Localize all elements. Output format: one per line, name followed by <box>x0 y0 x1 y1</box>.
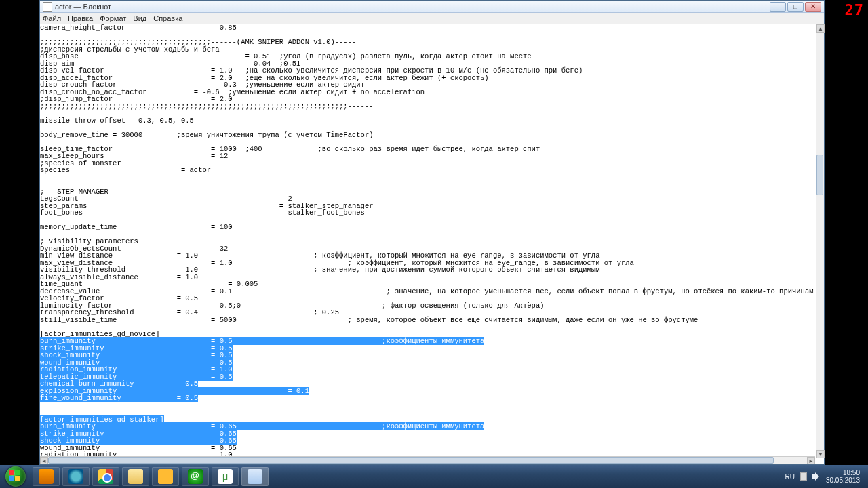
taskbar-explorer[interactable] <box>122 467 149 486</box>
at-icon <box>188 469 203 484</box>
taskbar-wmp[interactable] <box>33 467 60 486</box>
vertical-scrollbar[interactable]: ▲ ▼ <box>816 24 824 458</box>
scroll-down-arrow[interactable]: ▼ <box>816 450 825 458</box>
taskbar: µ RU 18:50 30.05.2013 <box>0 465 868 488</box>
taskbar-utorrent[interactable]: µ <box>212 467 239 486</box>
clock-time: 18:50 <box>826 469 860 476</box>
start-button[interactable] <box>0 465 31 488</box>
taskbar-app-yellow[interactable] <box>152 467 179 486</box>
wmp-icon <box>39 469 54 484</box>
ie-icon <box>68 469 83 484</box>
menu-edit[interactable]: Правка <box>68 14 93 22</box>
volume-icon[interactable] <box>812 472 821 481</box>
menubar: Файл Правка Формат Вид Справка <box>40 13 824 24</box>
chrome-icon <box>98 469 113 484</box>
close-button[interactable]: ✕ <box>805 2 821 12</box>
utorrent-icon: µ <box>218 469 233 484</box>
maximize-button[interactable]: □ <box>787 2 804 12</box>
window-title: actor — Блокнот <box>55 3 111 11</box>
explorer-icon <box>128 469 143 484</box>
minimize-button[interactable]: — <box>770 2 786 12</box>
notepad-window: actor — Блокнот — □ ✕ Файл Правка Формат… <box>39 0 825 465</box>
scroll-up-arrow[interactable]: ▲ <box>816 24 825 33</box>
taskbar-chrome[interactable] <box>92 467 119 486</box>
scroll-v-thumb[interactable] <box>816 155 823 195</box>
taskbar-notepad[interactable] <box>241 467 269 486</box>
notepad-icon <box>248 469 262 484</box>
clock-date: 30.05.2013 <box>826 476 860 484</box>
taskbar-app-green[interactable] <box>182 467 209 486</box>
menu-help[interactable]: Справка <box>153 14 182 22</box>
windows-orb-icon <box>5 466 26 487</box>
system-tray: RU 18:50 30.05.2013 <box>785 469 865 484</box>
app-icon <box>43 2 52 12</box>
horizontal-scrollbar[interactable]: ◄ ► <box>40 456 815 464</box>
menu-view[interactable]: Вид <box>133 14 146 22</box>
menu-format[interactable]: Формат <box>100 14 126 22</box>
clock[interactable]: 18:50 30.05.2013 <box>826 469 860 484</box>
language-indicator[interactable]: RU <box>785 473 794 481</box>
titlebar[interactable]: actor — Блокнот — □ ✕ <box>40 1 824 13</box>
scroll-v-track[interactable] <box>816 33 825 450</box>
taskbar-ie[interactable] <box>62 467 90 486</box>
scroll-h-track[interactable] <box>48 457 807 464</box>
scroll-left-arrow[interactable]: ◄ <box>40 457 48 464</box>
overlay-number: 27 <box>845 1 865 18</box>
scroll-right-arrow[interactable]: ► <box>807 457 815 464</box>
yellow-icon <box>158 469 173 484</box>
menu-file[interactable]: Файл <box>43 14 61 22</box>
tray-flag-icon[interactable] <box>800 472 807 481</box>
scroll-h-thumb[interactable] <box>48 457 774 464</box>
text-editor[interactable]: camera_height_factor = 0.85 ;;;;;;;;;;;;… <box>40 24 814 458</box>
